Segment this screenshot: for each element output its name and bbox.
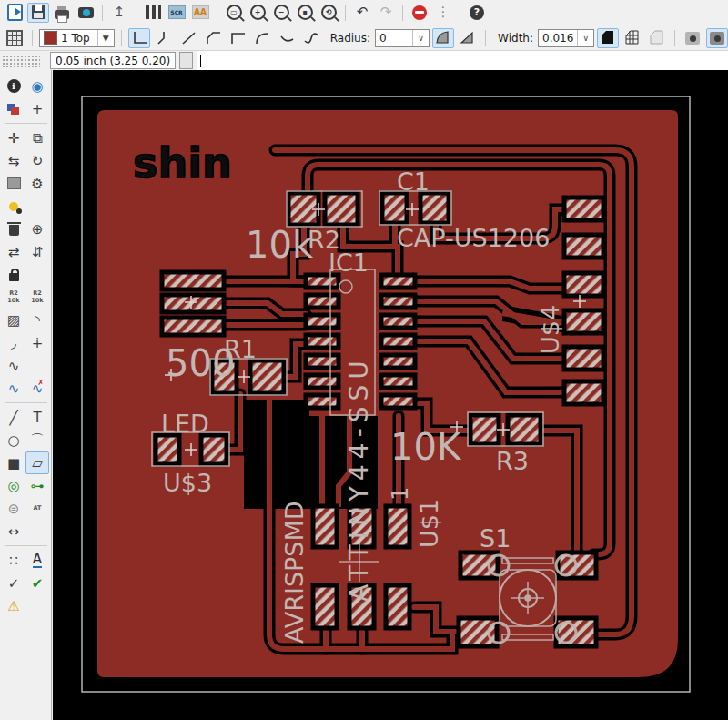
smd-pad[interactable] (313, 506, 337, 547)
pcb-canvas[interactable]: shin10kR2C1CAP-US1206IC1ATTINY44-SSU500R… (53, 70, 728, 720)
tool-miter-icon[interactable]: ◝ (25, 309, 49, 331)
tool-dimension-icon[interactable]: ↔ (2, 520, 25, 543)
smd-pad[interactable] (420, 193, 449, 223)
polygon-outline-button[interactable] (646, 28, 668, 48)
chevron-down-icon[interactable]: ▼ (97, 30, 114, 46)
smd-pad[interactable] (470, 415, 499, 444)
zoom-in-icon[interactable]: + (247, 3, 268, 23)
grid-icon[interactable] (4, 28, 25, 48)
command-input[interactable] (197, 51, 728, 70)
chevron-down-icon[interactable]: ∨ (412, 30, 429, 46)
smd-pad[interactable] (306, 375, 339, 388)
tool-show-icon[interactable]: ◉ (25, 75, 49, 97)
smd-pad[interactable] (564, 273, 603, 296)
tool-via-icon[interactable]: ◎ (2, 474, 25, 497)
smd-pad[interactable] (306, 355, 339, 368)
smd-pad[interactable] (156, 435, 179, 464)
tool-lock-icon[interactable] (2, 263, 25, 286)
zoom-select-icon[interactable]: ▪ (294, 3, 316, 23)
smd-pad[interactable] (306, 295, 339, 308)
smd-pad[interactable] (386, 585, 410, 628)
tool-replace-icon[interactable]: ⇵ (25, 240, 49, 263)
arc-right-button[interactable] (457, 28, 479, 48)
tool-circle-icon[interactable]: ○ (2, 429, 25, 451)
smd-pad[interactable] (381, 375, 415, 388)
smd-pad[interactable] (306, 315, 339, 328)
tool-add-icon[interactable]: ⊕ (25, 218, 49, 240)
bend-style-90-button[interactable] (128, 28, 150, 48)
tool-change-icon[interactable]: ⚙ (25, 172, 49, 195)
tool-display-layers-icon[interactable] (2, 97, 25, 120)
tool-attribute-icon[interactable]: AT (25, 497, 49, 520)
smd-pad[interactable] (386, 506, 410, 547)
tool-paste-icon[interactable] (2, 195, 25, 218)
zoom-out-icon[interactable]: − (270, 3, 292, 23)
library-icon[interactable] (142, 3, 164, 23)
smd-pad[interactable] (306, 395, 339, 408)
radius-combo[interactable]: 0 ∨ (375, 29, 430, 47)
zoom-fit-icon[interactable]: ▭ (223, 3, 245, 23)
smd-pad[interactable] (201, 435, 227, 464)
tool-text-icon[interactable]: T (25, 406, 49, 429)
print-icon[interactable] (51, 3, 73, 23)
tool-split-icon[interactable]: ∔ (25, 331, 49, 354)
layer-select[interactable]: 1 Top ▼ (39, 29, 115, 47)
redo-icon[interactable]: ↷ (375, 3, 397, 23)
width-combo[interactable]: 0.016 ∨ (538, 29, 594, 47)
tool-meander-icon[interactable]: ∿ (2, 354, 25, 377)
coord-mode-button[interactable] (179, 52, 193, 69)
smd-pad[interactable] (381, 355, 415, 368)
bend-style-90diag-button[interactable] (202, 28, 224, 48)
tool-copy-icon[interactable]: ⧉ (25, 127, 49, 149)
smd-pad[interactable] (162, 318, 224, 335)
bend-style-arc-button[interactable] (251, 28, 273, 48)
tool-warning-icon[interactable]: ⚠ (2, 594, 25, 617)
tool-mark-icon[interactable]: + (25, 97, 49, 120)
tool-pinswap-icon[interactable]: ⇄ (2, 240, 25, 263)
polygon-solid-button[interactable] (597, 28, 619, 48)
bend-style-arc2-button[interactable] (276, 28, 298, 48)
smd-pad[interactable] (306, 275, 339, 288)
smd-pad[interactable] (564, 198, 603, 220)
tool-rotate-icon[interactable]: ↻ (25, 149, 49, 172)
text-menu-icon[interactable]: AA (189, 3, 211, 23)
tool-smash-icon[interactable]: ▨ (2, 309, 25, 331)
smd-pad[interactable] (381, 395, 415, 408)
save-icon[interactable] (27, 3, 49, 23)
tool-optimize-icon[interactable]: ◞ (2, 331, 25, 354)
tool-name-icon[interactable]: R2 10k (2, 286, 25, 309)
export-image-icon[interactable] (75, 3, 96, 23)
tool-wire-icon[interactable]: ╱ (2, 406, 25, 429)
tool-mirror-icon[interactable]: ⇆ (2, 149, 25, 172)
bend-style-straight-button[interactable] (177, 28, 199, 48)
zoom-redraw-icon[interactable]: ⟲ (318, 3, 339, 23)
tool-ripup-icon[interactable]: ∿ (25, 377, 49, 400)
undo-icon[interactable]: ↶ (351, 3, 373, 23)
smd-pad[interactable] (459, 618, 497, 646)
more-options-icon[interactable]: ⋮ (432, 3, 454, 23)
tool-hole-icon[interactable]: ⊜ (2, 497, 25, 520)
drop-file-icon[interactable]: ↥ (108, 3, 130, 23)
tool-value-icon[interactable]: R2 10k (25, 286, 49, 309)
tool-signal-icon[interactable]: ⊶ (25, 474, 49, 497)
bend-style-corner-button[interactable] (227, 28, 248, 48)
toolbar-grip[interactable] (2, 55, 40, 67)
smd-pad[interactable] (564, 235, 603, 258)
tool-info-icon[interactable]: i (2, 75, 25, 97)
tool-route-icon[interactable]: ∿ (2, 377, 25, 400)
tool-rect-icon[interactable]: ■ (2, 451, 25, 474)
smd-pad[interactable] (381, 295, 415, 308)
smd-pad[interactable] (564, 310, 603, 333)
chevron-down-icon[interactable]: ∨ (577, 30, 593, 46)
smd-pad[interactable] (162, 272, 224, 289)
smd-pad[interactable] (382, 193, 407, 223)
polygon-hatch-button[interactable] (622, 28, 643, 48)
smd-pad[interactable] (381, 275, 415, 288)
pad-style-button[interactable] (682, 28, 703, 48)
smd-pad[interactable] (313, 585, 337, 628)
bend-style-diag90-button[interactable] (153, 28, 175, 48)
tool-move-icon[interactable]: ✛ (2, 127, 25, 149)
open-board-icon[interactable] (4, 3, 25, 23)
smd-pad[interactable] (508, 415, 541, 444)
tool-delete-icon[interactable] (2, 218, 25, 240)
